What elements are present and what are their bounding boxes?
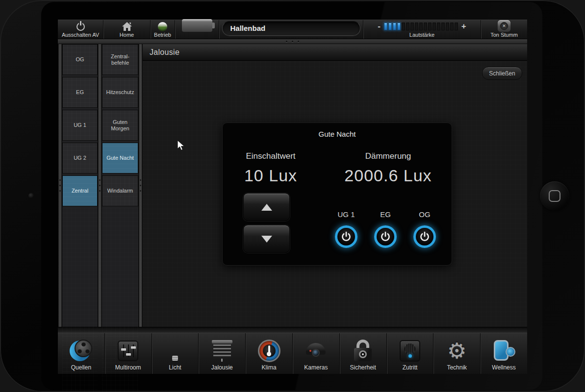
floor-power-group: UG 1 EG [327, 210, 444, 248]
tab-wellness[interactable]: Wellness [480, 333, 527, 374]
gute-nacht-dialog: Gute Nacht Einschaltwert 10 Lux Dämmerun… [222, 122, 452, 266]
tab-zutritt[interactable]: Zutritt [386, 333, 433, 374]
front-camera [28, 193, 34, 198]
tab-technik[interactable]: ⚙ Technik [433, 333, 480, 374]
tab-jalousie[interactable]: Jalousie [198, 333, 245, 374]
power-item-ug1: UG 1 [327, 210, 366, 248]
volume-segment[interactable] [455, 23, 458, 30]
floor-item-ug2[interactable]: UG 2 [62, 143, 98, 173]
scene-item-gutenacht[interactable]: Gute Nacht [102, 143, 138, 173]
scene-item-gutenmorgen[interactable]: Guten Morgen [102, 110, 138, 141]
floors-column: OG EG UG 1 UG 2 Zentral [62, 44, 98, 327]
power-button-og[interactable] [413, 225, 436, 248]
twilight-value: 2000.6 Lux [326, 166, 451, 185]
volume-slider[interactable] [384, 23, 458, 30]
volume-segment[interactable] [393, 23, 396, 30]
close-button[interactable]: Schließen [482, 67, 522, 80]
triangle-up-icon [261, 204, 272, 211]
tab-klima[interactable]: Klima [245, 333, 292, 374]
top-toolbar: Ausschalten AV Home Betrieb Hall [58, 20, 527, 39]
twilight-block: Dämmerung 2000.6 Lux [326, 151, 451, 185]
house-icon [122, 21, 132, 32]
volume-segment[interactable] [415, 23, 418, 30]
volume-segment[interactable] [446, 23, 449, 30]
wellness-pool-icon [493, 337, 515, 365]
scene-item-zentralbefehle[interactable]: Zentral-befehle [102, 44, 138, 75]
shutdown-av-label: Ausschalten AV [62, 32, 99, 38]
floor-item-eg[interactable]: EG [62, 77, 98, 108]
scene-item-hitzeschutz[interactable]: Hitzeschutz [102, 77, 138, 108]
home-button-square-icon [549, 190, 560, 202]
battery-indicator [175, 20, 219, 39]
power-icon [419, 231, 431, 243]
power-item-eg: EG [366, 210, 405, 248]
home-label: Home [120, 32, 134, 38]
mute-button[interactable]: ✕ Ton Stumm [481, 20, 527, 39]
home-button[interactable]: Home [103, 20, 150, 39]
blinds-icon [212, 337, 232, 365]
volume-segment[interactable] [428, 23, 432, 30]
room-selector-field[interactable]: Hallenbad [222, 21, 360, 36]
tab-licht[interactable]: Licht [152, 333, 199, 374]
volume-down-button[interactable]: - [378, 22, 381, 31]
switch-on-value-block: Einschaltwert 10 Lux [227, 151, 315, 185]
mute-label: Ton Stumm [490, 32, 518, 38]
floor-item-zentral[interactable]: Zentral [62, 175, 98, 206]
floor-item-ug1[interactable]: UG 1 [62, 110, 98, 141]
switch-on-value-label: Einschaltwert [227, 151, 315, 161]
switch-on-value: 10 Lux [227, 166, 315, 185]
content-scrollbar[interactable] [138, 44, 143, 327]
volume-segment[interactable] [441, 23, 445, 30]
scenes-column: Zentral-befehle Hitzeschutz Guten Morgen… [102, 44, 138, 327]
volume-segment[interactable] [402, 23, 405, 30]
operation-status-button[interactable]: Betrieb [150, 20, 175, 39]
room-name: Hallenbad [230, 24, 266, 32]
volume-segment[interactable] [384, 23, 387, 30]
tab-multiroom[interactable]: Multiroom [104, 333, 152, 374]
triangle-down-icon [261, 236, 272, 243]
shutdown-av-button[interactable]: Ausschalten AV [58, 20, 103, 39]
value-stepper [243, 193, 290, 257]
power-button-eg[interactable] [374, 225, 397, 248]
smarthome-app: Ausschalten AV Home Betrieb Hall [58, 20, 527, 373]
operation-label: Betrieb [154, 32, 171, 38]
tab-sicherheit[interactable]: Sicherheit [339, 333, 386, 374]
main-region: OG EG UG 1 UG 2 Zentral Zentral-befehle … [58, 44, 527, 327]
media-sources-icon [70, 337, 92, 365]
tablet-bezel: Ausschalten AV Home Betrieb Hall [0, 0, 585, 392]
volume-segment[interactable] [450, 23, 454, 30]
volume-segment[interactable] [424, 23, 427, 30]
climate-gauge-icon [258, 337, 280, 365]
multiroom-mixer-icon [118, 337, 138, 365]
volume-segment[interactable] [397, 23, 401, 30]
intercom-icon [400, 337, 420, 365]
floor-item-og[interactable]: OG [62, 44, 98, 75]
battery-icon [182, 19, 212, 32]
content-pane: Jalousie Schließen Gute Nacht Einschaltw… [143, 44, 527, 327]
volume-segment[interactable] [388, 23, 392, 30]
volume-segment[interactable] [419, 23, 423, 30]
battery-spacer [196, 32, 198, 38]
scene-item-windalarm[interactable]: Windalarm [102, 175, 138, 206]
room-selector-section: Hallenbad [219, 20, 363, 39]
increase-button[interactable] [243, 193, 290, 221]
decrease-button[interactable] [243, 225, 290, 253]
top-splitter-handle[interactable] [58, 39, 527, 44]
power-button-ug1[interactable] [335, 225, 357, 248]
volume-segment[interactable] [432, 23, 436, 30]
floors-scrollbar[interactable] [58, 44, 62, 327]
tab-quellen[interactable]: Quellen [58, 333, 104, 374]
mute-icon: ✕ [498, 20, 510, 32]
volume-segment[interactable] [437, 23, 440, 30]
power-icon [340, 231, 352, 243]
security-lock-icon [353, 337, 373, 365]
volume-up-button[interactable]: + [461, 22, 466, 31]
volume-segment[interactable] [410, 23, 414, 30]
scenes-scrollbar[interactable] [98, 44, 102, 327]
volume-label: Lautstärke [409, 32, 434, 38]
gear-icon: ⚙ [447, 337, 466, 365]
mouse-cursor [177, 140, 186, 151]
device-home-button[interactable] [540, 181, 569, 211]
tab-kameras[interactable]: Kameras [292, 333, 339, 374]
volume-segment[interactable] [406, 23, 409, 30]
